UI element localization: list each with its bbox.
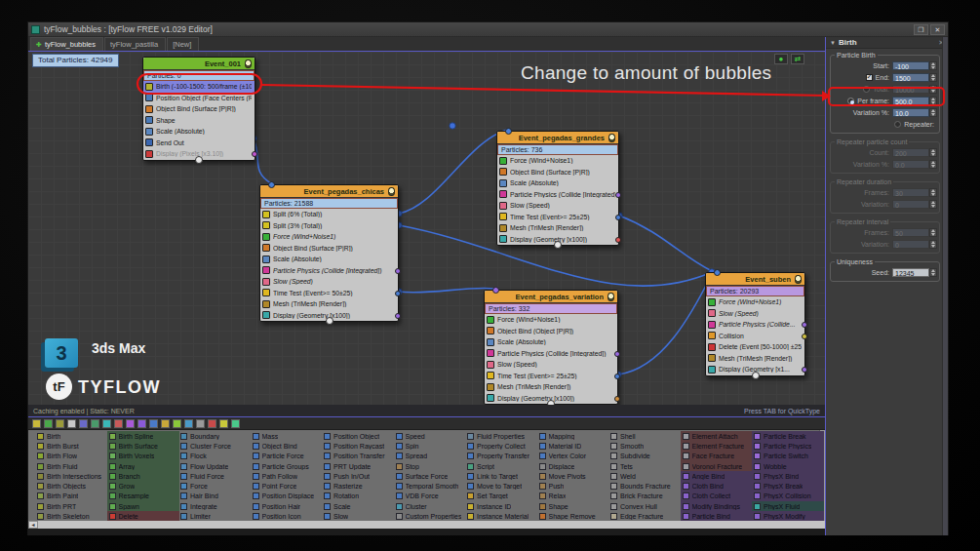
event-node-event_pegadas_grandes[interactable]: Event_pegadas_grandesParticles: 736Force… [496,131,619,246]
depot-toolbar-icon[interactable] [219,419,228,428]
depot-item[interactable]: Birth Intersections [35,471,107,481]
depot-item[interactable]: Set Target [465,492,537,501]
depot-item[interactable]: Spawn [107,501,179,511]
param-field[interactable]: 0,0 [892,160,929,169]
depot-item[interactable]: Point Force [251,481,323,491]
depot-item[interactable]: PhysX Modify [752,511,824,521]
depot-item[interactable]: Property Collect [465,441,537,451]
depot-item[interactable]: Spin [394,441,466,451]
depot-toolbar-icon[interactable] [44,419,53,428]
close-button[interactable]: ✕ [930,24,945,35]
depot-item[interactable]: Rotation [322,492,394,501]
spinner-up-icon[interactable] [931,241,935,244]
depot-item[interactable]: Vertex Color [537,452,609,461]
depot-toolbar-icon[interactable] [32,419,41,428]
spinner-down-icon[interactable] [931,153,935,156]
depot-item[interactable]: Birth Skeleton [35,511,107,521]
depot-item[interactable]: Cluster [394,501,466,511]
node-operator[interactable]: Time Test (Event>= 25±25) [485,371,617,382]
depot-item[interactable]: Tets [608,461,681,471]
depot-item[interactable]: Particle Bind [681,511,753,521]
radio-button[interactable] [847,98,854,104]
depot-item[interactable]: Position Transfer [322,452,394,461]
depot-toolbar-icon[interactable] [161,419,170,428]
spinner[interactable] [929,97,937,105]
depot-item[interactable]: Voronoi Fracture [681,461,753,471]
node-operator[interactable]: Force (Wind+Noise1) [260,231,398,243]
depot-item[interactable]: Position Hair [251,501,323,511]
depot-item[interactable]: Bounds Fracture [608,481,681,491]
depot-item[interactable]: Stop [394,461,466,471]
node-operator[interactable]: Birth (-100-1500: 500/frame (±10)) [143,81,255,93]
depot-item[interactable]: Displace [537,461,609,471]
depot-toolbar-icon[interactable] [67,419,76,428]
depot-item[interactable]: PhysX Break [752,481,824,491]
depot-item[interactable]: Face Fracture [681,452,753,461]
node-operator[interactable]: Mesh (TriMesh [Render]) [260,298,398,310]
depot-item[interactable]: Grow [107,481,179,491]
depot-item[interactable]: Birth Objects [35,481,107,491]
spinner-up-icon[interactable] [931,74,935,77]
depot-item[interactable]: Shell [608,431,681,441]
node-operator[interactable]: Particle Physics (Collide... [706,319,804,331]
node-operator[interactable]: Force (Wind+Noise1) [485,314,617,326]
depot-toolbar-icon[interactable] [114,419,123,428]
depot-item[interactable]: Weld [608,471,681,481]
depot-item[interactable]: Delete [107,511,179,521]
depot-item[interactable]: Mapping [537,431,609,441]
depot-item[interactable]: Boundary [178,431,251,441]
param-field[interactable]: 50 [892,228,929,237]
depot-toolbar-icon[interactable] [173,419,181,428]
depot-item[interactable]: Limiter [178,511,251,521]
depot-item[interactable]: PhysX Collision [752,492,824,501]
node-operator[interactable]: Object Bind (Object [P|R]) [485,326,617,337]
depot-toolbar-icon[interactable] [184,419,193,428]
depot-item[interactable]: Position Displace [251,492,323,501]
depot-item[interactable]: Instance Material [465,511,537,521]
node-input-socket[interactable] [492,287,499,294]
depot-item[interactable]: Resample [107,492,179,501]
node-operator[interactable]: Split (6% (Total)) [260,209,398,220]
param-field[interactable]: 1500 [892,73,929,82]
tab-tyflow_pastilla[interactable]: tyFlow_pastilla [104,37,166,51]
operator-output-dot[interactable] [252,151,257,157]
depot-item[interactable]: Fluid Properties [465,431,537,441]
depot-item[interactable]: Fluid Force [178,471,251,481]
node-operator[interactable]: Slow (Speed) [260,276,398,288]
operator-output-dot[interactable] [802,322,807,328]
birth-rollout-header[interactable]: ▼ Birth ✕ [826,37,948,49]
node-operator[interactable]: Force (Wind+Noise1) [497,155,618,167]
spinner-up-icon[interactable] [931,201,935,204]
depot-item[interactable]: Angle Bind [681,471,753,481]
panel-scrollbar[interactable] [942,37,948,535]
operator-output-dot[interactable] [802,367,807,373]
node-operator[interactable]: Object Bind (Surface [P|R]) [143,103,255,115]
node-input-socket[interactable] [268,181,275,188]
depot-item[interactable]: Flock [178,452,251,461]
depot-toolbar-icon[interactable] [208,419,216,428]
depot-item[interactable]: Flow Update [178,461,251,471]
node-input-socket[interactable] [714,269,721,276]
lightbulb-icon[interactable] [608,134,615,142]
depot-item[interactable]: Instance ID [465,501,537,511]
depot-item[interactable]: Surface Force [394,471,466,481]
param-field[interactable]: 0 [892,240,929,249]
tab--new-[interactable]: [New] [167,37,199,51]
operator-output-dot[interactable] [395,291,401,296]
node-operator[interactable]: Mesh (TriMesh [Render]) [485,381,617,393]
event-node-event_001[interactable]: Event_001Particles: 0Birth (-100-1500: 5… [142,57,255,161]
depot-item[interactable]: Force [178,481,251,491]
depot-item[interactable]: Property Transfer [465,452,537,461]
spinner[interactable] [929,240,937,249]
spinner-down-icon[interactable] [931,90,935,93]
depot-toolbar-icon[interactable] [196,419,205,428]
depot-toolbar-icon[interactable] [231,419,240,428]
depot-item[interactable]: PRT Update [322,461,394,471]
node-operator[interactable]: Send Out [143,138,255,149]
spinner-down-icon[interactable] [931,273,935,276]
depot-toolbar-icon[interactable] [137,419,146,428]
checkbox[interactable] [866,74,873,81]
operator-output-dot[interactable] [395,313,401,319]
lightbulb-icon[interactable] [245,59,252,68]
depot-item[interactable]: Scale [322,501,394,511]
